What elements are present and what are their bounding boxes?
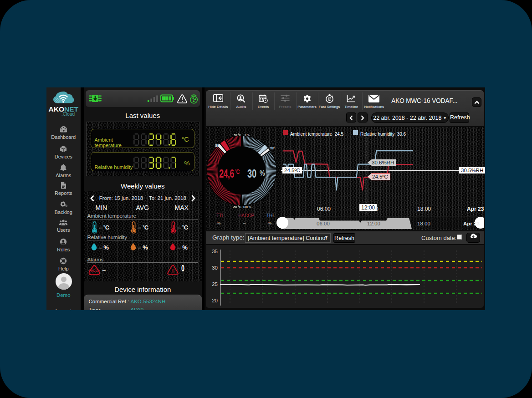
svg-text:Apr 23: Apr 23 [463, 221, 480, 226]
svg-text:06:00: 06:00 [317, 221, 330, 226]
svg-text:20: 20 [212, 298, 218, 303]
svg-text:35: 35 [212, 249, 218, 254]
svg-text:12:00: 12:00 [367, 221, 380, 226]
svg-text:30: 30 [212, 265, 218, 270]
svg-text:18:00: 18:00 [417, 221, 430, 226]
svg-text:!: ! [172, 268, 174, 275]
svg-text:HACCP: HACCP [89, 269, 99, 272]
svg-text:25: 25 [212, 281, 218, 287]
